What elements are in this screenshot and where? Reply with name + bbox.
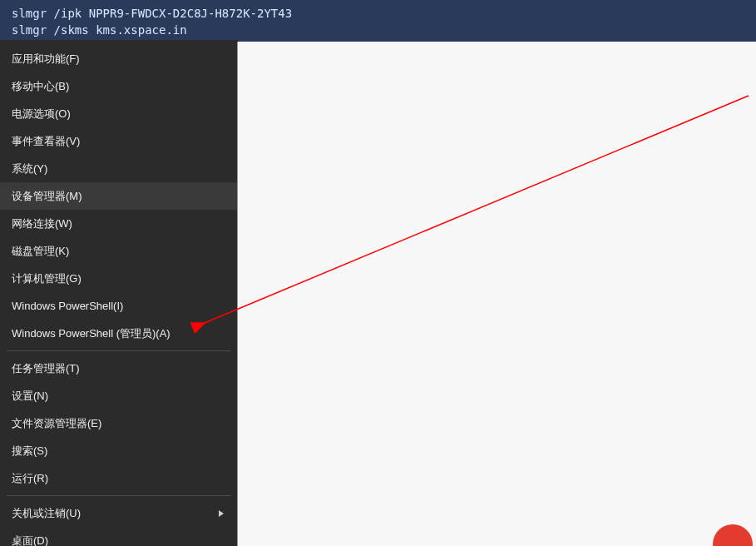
- menu-item-power-options[interactable]: 电源选项(O): [0, 100, 237, 127]
- menu-item-file-explorer[interactable]: 文件资源管理器(E): [0, 410, 237, 437]
- menu-item-label: 应用和功能(F): [12, 45, 80, 72]
- menu-item-run[interactable]: 运行(R): [0, 464, 237, 492]
- menu-item-label: 事件查看器(V): [12, 127, 80, 155]
- menu-item-label: 网络连接(W): [12, 210, 72, 237]
- menu-item-label: 移动中心(B): [12, 72, 69, 100]
- menu-item-label: 设备管理器(M): [12, 182, 82, 210]
- menu-item-settings[interactable]: 设置(N): [0, 382, 237, 410]
- menu-separator: [7, 495, 230, 496]
- menu-item-desktop[interactable]: 桌面(D): [0, 527, 237, 546]
- menu-item-powershell-admin[interactable]: Windows PowerShell (管理员)(A): [0, 320, 237, 347]
- menu-item-label: 磁盘管理(K): [12, 237, 69, 265]
- menu-item-task-manager[interactable]: 任务管理器(T): [0, 355, 237, 382]
- menu-item-computer-management[interactable]: 计算机管理(G): [0, 265, 237, 292]
- menu-item-label: 关机或注销(U): [12, 499, 81, 527]
- menu-item-label: 桌面(D): [12, 527, 48, 546]
- menu-item-label: Windows PowerShell(I): [12, 292, 123, 320]
- menu-item-powershell[interactable]: Windows PowerShell(I): [0, 292, 237, 320]
- menu-separator: [7, 350, 230, 351]
- terminal-window: slmgr /ipk NPPR9-FWDCX-D2C8J-H872K-2YT43…: [0, 0, 756, 42]
- menu-item-device-manager[interactable]: 设备管理器(M): [0, 182, 237, 210]
- terminal-line-1: slmgr /ipk NPPR9-FWDCX-D2C8J-H872K-2YT43: [12, 7, 292, 20]
- menu-item-apps-features[interactable]: 应用和功能(F): [0, 45, 237, 72]
- winx-context-menu[interactable]: 应用和功能(F)移动中心(B)电源选项(O)事件查看器(V)系统(Y)设备管理器…: [0, 40, 237, 546]
- menu-item-label: 搜索(S): [12, 437, 47, 464]
- menu-item-shutdown-signout[interactable]: 关机或注销(U): [0, 499, 237, 527]
- menu-item-label: 系统(Y): [12, 155, 47, 182]
- chevron-right-icon: [219, 510, 224, 517]
- menu-item-label: 运行(R): [12, 464, 48, 492]
- menu-item-label: 电源选项(O): [12, 100, 71, 127]
- terminal-line-2: slmgr /skms kms.xspace.in: [12, 23, 187, 37]
- menu-item-event-viewer[interactable]: 事件查看器(V): [0, 127, 237, 155]
- menu-item-network-connections[interactable]: 网络连接(W): [0, 210, 237, 237]
- menu-item-search[interactable]: 搜索(S): [0, 437, 237, 464]
- menu-item-label: Windows PowerShell (管理员)(A): [12, 320, 170, 347]
- menu-item-system[interactable]: 系统(Y): [0, 155, 237, 182]
- menu-item-label: 任务管理器(T): [12, 355, 80, 382]
- menu-item-label: 文件资源管理器(E): [12, 410, 101, 437]
- menu-item-label: 计算机管理(G): [12, 265, 82, 292]
- menu-item-mobility-center[interactable]: 移动中心(B): [0, 72, 237, 100]
- menu-item-label: 设置(N): [12, 382, 48, 410]
- menu-item-disk-management[interactable]: 磁盘管理(K): [0, 237, 237, 265]
